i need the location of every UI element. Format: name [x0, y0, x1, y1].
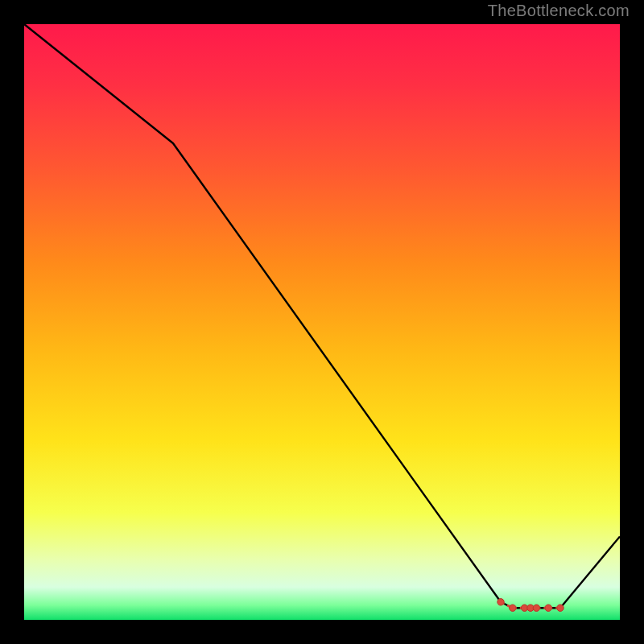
watermark-text: TheBottleneck.com: [488, 2, 630, 20]
marker-dot: [545, 605, 551, 611]
marker-dot: [497, 599, 504, 605]
marker-dot: [510, 605, 516, 611]
chart-container: TheBottleneck.com: [0, 0, 644, 644]
marker-dot: [557, 605, 564, 611]
marker-dot: [533, 605, 539, 611]
chart-canvas: [0, 0, 644, 644]
plot-background: [24, 24, 620, 620]
